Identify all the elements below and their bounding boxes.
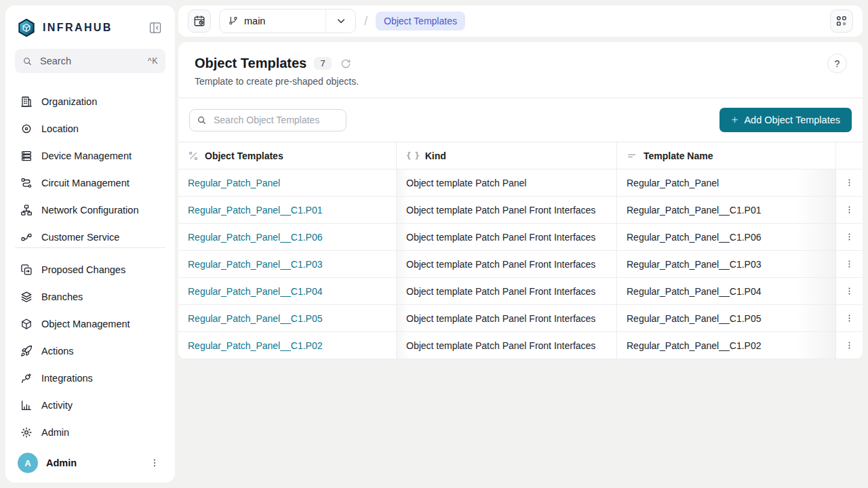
logo-text: INFRAHUB bbox=[43, 22, 113, 34]
menu-label: Organization bbox=[41, 96, 97, 107]
template-name-cell: Regular_Patch_Panel bbox=[616, 169, 835, 196]
kind-cell: Object template Patch Panel Front Interf… bbox=[396, 251, 616, 277]
column-header-object-templates[interactable]: Object Templates bbox=[178, 142, 396, 169]
align-left-icon bbox=[627, 150, 637, 161]
infrahub-logo-icon bbox=[16, 18, 37, 38]
template-name-cell: Regular_Patch_Panel__C1.P01 bbox=[616, 197, 835, 223]
bar-chart-icon bbox=[20, 399, 33, 411]
main-column: main / Object Templates bbox=[178, 5, 863, 483]
refresh-icon bbox=[340, 58, 351, 69]
breadcrumb-object-templates[interactable]: Object Templates bbox=[376, 12, 465, 30]
menu-label: Activity bbox=[41, 400, 73, 411]
object-link[interactable]: Regular_Patch_Panel__C1.P05 bbox=[188, 313, 322, 324]
template-name-cell: Regular_Patch_Panel__C1.P04 bbox=[616, 278, 835, 304]
plus-icon: + bbox=[731, 113, 738, 127]
row-menu-button[interactable] bbox=[842, 229, 857, 245]
sidebar-search-input[interactable] bbox=[39, 55, 142, 67]
search-icon bbox=[197, 115, 207, 125]
sidebar-menu-secondary: Proposed Changes Branches Object Managem… bbox=[14, 256, 167, 446]
column-header-kind[interactable]: { } Kind bbox=[396, 142, 616, 169]
table-row[interactable]: Regular_Patch_Panel Object template Patc… bbox=[178, 169, 863, 197]
template-name-cell: Regular_Patch_Panel__C1.P05 bbox=[616, 305, 835, 331]
object-link[interactable]: Regular_Patch_Panel__C1.P03 bbox=[188, 259, 322, 270]
add-object-templates-button[interactable]: + Add Object Templates bbox=[719, 108, 852, 132]
help-button[interactable]: ? bbox=[827, 54, 847, 73]
search-icon bbox=[22, 56, 33, 66]
menu-label: Device Management bbox=[41, 150, 132, 161]
sidebar-item-location[interactable]: Location bbox=[14, 115, 167, 142]
sidebar-item-actions[interactable]: Actions bbox=[14, 338, 167, 365]
object-link[interactable]: Regular_Patch_Panel__C1.P04 bbox=[188, 286, 322, 297]
object-search bbox=[189, 109, 347, 131]
branch-name: main bbox=[244, 16, 265, 26]
time-travel-button[interactable] bbox=[188, 9, 211, 33]
user-name: Admin bbox=[46, 458, 77, 468]
table-row[interactable]: Regular_Patch_Panel__C1.P01 Object templ… bbox=[178, 197, 863, 224]
sidebar-item-network-configuration[interactable]: Network Configuration bbox=[14, 197, 167, 224]
sidebar-item-proposed-changes[interactable]: Proposed Changes bbox=[14, 256, 167, 283]
git-branch-icon bbox=[228, 16, 239, 26]
menu-label: Actions bbox=[41, 346, 74, 357]
object-link[interactable]: Regular_Patch_Panel__C1.P06 bbox=[188, 232, 322, 243]
sidebar-item-customer-service[interactable]: Customer Service bbox=[14, 224, 167, 243]
sidebar-collapse-button[interactable] bbox=[146, 19, 164, 37]
cable-icon bbox=[20, 231, 33, 243]
sidebar-item-integrations[interactable]: Integrations bbox=[14, 365, 167, 392]
column-label: Template Name bbox=[644, 150, 713, 161]
page-subtitle: Template to create pre-shaped objects. bbox=[195, 76, 846, 87]
object-link[interactable]: Regular_Patch_Panel__C1.P02 bbox=[188, 340, 322, 351]
row-menu-button[interactable] bbox=[842, 175, 857, 190]
gear-icon bbox=[20, 426, 33, 439]
sidebar-divider bbox=[15, 247, 165, 248]
apps-menu-button[interactable] bbox=[830, 9, 853, 33]
column-label: Kind bbox=[425, 150, 446, 161]
topbar: main / Object Templates bbox=[178, 5, 863, 37]
user-menu-button[interactable] bbox=[146, 455, 163, 471]
kind-cell: Object template Patch Panel Front Interf… bbox=[396, 197, 616, 223]
breadcrumb-separator: / bbox=[364, 14, 368, 28]
column-header-template-name[interactable]: Template Name bbox=[616, 142, 835, 169]
layers-icon bbox=[20, 291, 33, 303]
rocket-icon bbox=[20, 345, 33, 357]
object-link[interactable]: Regular_Patch_Panel bbox=[188, 178, 280, 188]
object-link[interactable]: Regular_Patch_Panel__C1.P01 bbox=[188, 205, 322, 216]
panel-collapse-icon bbox=[149, 21, 162, 35]
table-row[interactable]: Regular_Patch_Panel__C1.P06 Object templ… bbox=[178, 224, 863, 251]
sidebar-item-device-management[interactable]: Device Management bbox=[14, 142, 167, 169]
table-row[interactable]: Regular_Patch_Panel__C1.P03 Object templ… bbox=[178, 251, 863, 278]
sidebar-item-admin[interactable]: Admin bbox=[14, 419, 167, 446]
table-row[interactable]: Regular_Patch_Panel__C1.P05 Object templ… bbox=[178, 305, 863, 332]
server-icon bbox=[20, 150, 33, 162]
column-label: Object Templates bbox=[205, 150, 283, 161]
sidebar-item-object-management[interactable]: Object Management bbox=[14, 310, 167, 338]
branch-selector-caret bbox=[326, 9, 355, 33]
sidebar-item-branches[interactable]: Branches bbox=[14, 283, 167, 310]
braces-icon: { } bbox=[406, 151, 419, 161]
row-menu-button[interactable] bbox=[842, 202, 857, 218]
row-menu-button[interactable] bbox=[842, 283, 857, 299]
table-row[interactable]: Regular_Patch_Panel__C1.P02 Object templ… bbox=[178, 332, 863, 359]
apps-grid-icon bbox=[835, 14, 848, 28]
object-search-input[interactable] bbox=[212, 114, 339, 126]
template-name-cell: Regular_Patch_Panel__C1.P03 bbox=[616, 251, 835, 277]
sidebar-item-circuit-management[interactable]: Circuit Management bbox=[14, 169, 167, 197]
branch-selector[interactable]: main bbox=[219, 9, 356, 33]
plug-icon bbox=[20, 372, 33, 384]
menu-label: Object Management bbox=[41, 319, 130, 329]
row-menu-button[interactable] bbox=[842, 256, 857, 272]
menu-label: Location bbox=[41, 123, 79, 134]
search-shortcut: ^K bbox=[148, 56, 158, 66]
chevron-down-icon bbox=[335, 15, 347, 27]
avatar: A bbox=[18, 453, 38, 473]
sidebar-item-activity[interactable]: Activity bbox=[14, 392, 167, 419]
sidebar-item-organization[interactable]: Organization bbox=[14, 88, 167, 115]
row-menu-button[interactable] bbox=[842, 310, 857, 326]
table-row[interactable]: Regular_Patch_Panel__C1.P04 Object templ… bbox=[178, 278, 863, 305]
template-icon bbox=[188, 150, 199, 161]
refresh-button[interactable] bbox=[339, 57, 353, 70]
menu-label: Integrations bbox=[41, 373, 93, 384]
sidebar-search[interactable]: ^K bbox=[15, 49, 165, 73]
sidebar: INFRAHUB ^K bbox=[5, 5, 175, 483]
list-toolbar: + Add Object Templates bbox=[178, 98, 863, 142]
row-menu-button[interactable] bbox=[842, 338, 857, 353]
